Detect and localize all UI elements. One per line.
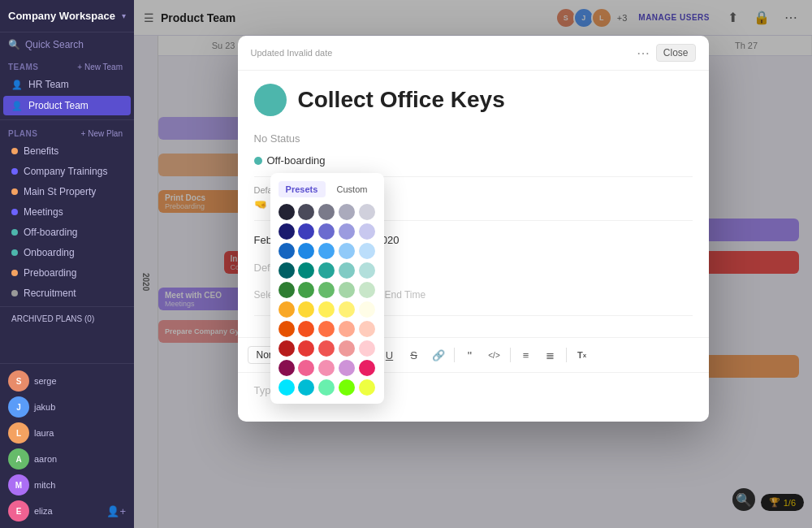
color-swatch[interactable]	[298, 340, 314, 357]
new-team-button[interactable]: + New Team	[74, 62, 126, 72]
color-swatch[interactable]	[318, 360, 335, 376]
color-swatch[interactable]	[339, 262, 355, 279]
plans-label: PLANS	[8, 129, 37, 138]
plan-dot	[11, 229, 18, 236]
task-color-circle[interactable]	[254, 84, 287, 116]
color-swatch[interactable]	[279, 360, 295, 376]
color-swatch[interactable]	[359, 340, 375, 357]
avatar-name: mitch	[34, 480, 55, 490]
plan-company-trainings[interactable]: Company Trainings	[3, 162, 131, 181]
modal-more-icon[interactable]: ⋯	[637, 45, 650, 61]
workspace-header[interactable]: Company Workspace ▾	[0, 0, 134, 32]
unordered-list-button[interactable]: ≡	[516, 344, 537, 366]
color-swatch[interactable]	[318, 321, 335, 337]
color-swatch[interactable]	[318, 243, 335, 259]
avatar-eliza[interactable]: E eliza 👤+	[8, 500, 126, 522]
clear-format-button[interactable]: Tx	[572, 344, 593, 366]
workspace-title: Company Workspace	[8, 10, 115, 22]
modal-title-row: Collect Office Keys	[254, 84, 693, 116]
color-swatch[interactable]	[339, 360, 355, 376]
plan-main-st-property[interactable]: Main St Property	[3, 182, 131, 201]
sidebar-item-hr[interactable]: 👤 HR Team	[3, 75, 131, 94]
color-swatch[interactable]	[298, 301, 314, 318]
archived-plans[interactable]: ARCHIVED PLANS (0)	[3, 310, 131, 327]
color-swatch[interactable]	[359, 223, 375, 240]
color-swatch[interactable]	[339, 301, 355, 318]
color-swatch[interactable]	[298, 262, 314, 279]
color-swatch[interactable]	[318, 340, 335, 357]
color-swatch[interactable]	[279, 340, 295, 357]
color-swatch[interactable]	[339, 379, 355, 396]
color-swatch[interactable]	[339, 223, 355, 240]
plan-benefits[interactable]: Benefits	[3, 141, 131, 161]
color-swatch[interactable]	[318, 262, 335, 279]
avatar-serge[interactable]: S serge	[8, 370, 126, 392]
color-swatch[interactable]	[359, 262, 375, 279]
tab-presets[interactable]: Presets	[279, 181, 326, 197]
color-picker-tabs: Presets Custom	[279, 181, 376, 197]
search-label: Quick Search	[25, 39, 84, 50]
color-swatch[interactable]	[359, 379, 375, 396]
offboarding-value[interactable]: Off-boarding	[254, 154, 693, 167]
color-swatch[interactable]	[298, 223, 314, 240]
color-swatch[interactable]	[339, 282, 355, 298]
color-swatch[interactable]	[298, 321, 314, 337]
color-swatch[interactable]	[359, 301, 375, 318]
color-swatch[interactable]	[339, 243, 355, 259]
avatar-aaron[interactable]: A aaron	[8, 448, 126, 470]
code-button[interactable]: </>	[484, 344, 505, 366]
color-swatch[interactable]	[279, 301, 295, 318]
sidebar-item-product[interactable]: 👤 Product Team	[3, 96, 131, 115]
color-swatch[interactable]	[359, 282, 375, 298]
color-swatch[interactable]	[359, 204, 375, 220]
tab-custom[interactable]: Custom	[329, 181, 376, 197]
ordered-list-button[interactable]: ≣	[540, 344, 561, 366]
color-swatch[interactable]	[298, 204, 314, 220]
color-swatch[interactable]	[279, 262, 295, 279]
plan-dot	[11, 168, 18, 175]
color-swatch[interactable]	[298, 360, 314, 376]
quick-search[interactable]: 🔍 Quick Search	[0, 32, 134, 57]
color-swatch[interactable]	[318, 379, 335, 396]
plan-dot	[11, 209, 18, 215]
add-user-icon[interactable]: 👤+	[106, 505, 126, 517]
new-plan-button[interactable]: + New Plan	[78, 128, 126, 139]
plan-onboarding[interactable]: Onboarding	[3, 243, 131, 262]
plan-meetings[interactable]: Meetings	[3, 202, 131, 222]
plan-offboarding[interactable]: Off-boarding	[3, 223, 131, 242]
color-swatch[interactable]	[298, 282, 314, 298]
color-swatch[interactable]	[298, 379, 314, 396]
link-button[interactable]: 🔗	[428, 344, 449, 366]
quote-button[interactable]: "	[460, 344, 481, 366]
sidebar-users: S serge J jakub L laura A aaron M mitch …	[0, 363, 134, 528]
avatar-laura[interactable]: L laura	[8, 422, 126, 444]
color-swatch[interactable]	[279, 321, 295, 337]
color-swatch[interactable]	[359, 243, 375, 259]
modal-close-button[interactable]: Close	[656, 44, 696, 62]
strikethrough-button[interactable]: S	[404, 344, 425, 366]
color-swatch[interactable]	[279, 223, 295, 240]
color-swatch[interactable]	[339, 321, 355, 337]
color-swatch[interactable]	[339, 340, 355, 357]
avatar-name: jakub	[34, 402, 55, 412]
plan-label: Meetings	[24, 206, 63, 218]
color-swatch[interactable]	[359, 360, 375, 376]
plan-recruitment[interactable]: Recruitment	[3, 283, 131, 303]
no-status-value: No Status	[254, 132, 693, 145]
toolbar-divider3	[510, 348, 511, 362]
sidebar-item-label: Product Team	[28, 100, 89, 111]
color-swatch[interactable]	[279, 243, 295, 259]
color-swatch[interactable]	[359, 321, 375, 337]
avatar-jakub[interactable]: J jakub	[8, 396, 126, 418]
color-swatch[interactable]	[339, 204, 355, 220]
plan-preboarding[interactable]: Preboarding	[3, 263, 131, 283]
color-swatch[interactable]	[318, 204, 335, 220]
color-swatch[interactable]	[279, 282, 295, 298]
color-swatch[interactable]	[298, 243, 314, 259]
color-swatch[interactable]	[279, 204, 295, 220]
color-swatch[interactable]	[279, 379, 295, 396]
color-swatch[interactable]	[318, 223, 335, 240]
avatar-mitch[interactable]: M mitch	[8, 474, 126, 496]
color-swatch[interactable]	[318, 282, 335, 298]
color-swatch[interactable]	[318, 301, 335, 318]
